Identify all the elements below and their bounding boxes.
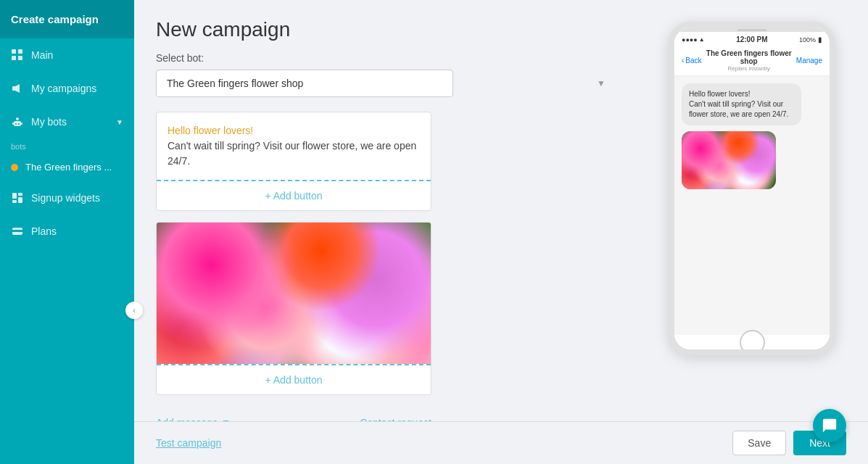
back-label: Back [685, 57, 701, 65]
megaphone-icon [11, 82, 24, 95]
chevron-left-icon: ‹ [682, 57, 684, 65]
page-title: New campaign [156, 18, 614, 41]
message-line-1: Hello flower lovers! [168, 125, 253, 136]
sidebar-item-plans[interactable]: Plans [0, 215, 134, 248]
phone-home-button[interactable] [740, 330, 765, 355]
sidebar-collapse-button[interactable]: ‹ [125, 302, 143, 319]
message-text: Hello flower lovers! Can't wait till spr… [168, 123, 420, 169]
image-add-button[interactable]: + Add button [157, 364, 431, 394]
main-content: New campaign Select bot: The Green finge… [134, 0, 868, 464]
sidebar-item-signup-widgets[interactable]: Signup widgets [0, 181, 134, 215]
phone-message-bubble: Hello flower lovers!Can't wait till spri… [682, 83, 801, 125]
save-button[interactable]: Save [732, 431, 786, 455]
phone-chat-header: ‹ Back The Green fingers flower shop Rep… [674, 46, 830, 76]
grid-icon [11, 49, 24, 62]
message-text-area: Hello flower lovers! Can't wait till spr… [157, 112, 431, 180]
create-campaign-button[interactable]: Create campaign [0, 0, 134, 38]
battery-icon: ▮ [818, 36, 822, 44]
svg-point-4 [16, 117, 19, 120]
phone-flower-image [682, 131, 776, 189]
signal-bars-icon: ●●●● [682, 36, 698, 44]
battery-label: 100% [799, 36, 816, 44]
phone-image-bubble [682, 131, 776, 189]
phone-frame: ●●●● ▲ 12:00 PM 100% ▮ ‹ Back The [669, 22, 835, 355]
phone-status-bar: ●●●● ▲ 12:00 PM 100% ▮ [674, 32, 830, 46]
flower-image-inner [157, 223, 431, 364]
phone-signal: ●●●● ▲ [682, 36, 705, 44]
preview-panel: ●●●● ▲ 12:00 PM 100% ▮ ‹ Back The [636, 0, 868, 421]
sidebar-item-my-campaigns-label: My campaigns [31, 83, 96, 94]
my-bots-arrow-icon: ▼ [116, 118, 123, 126]
bottom-actions: Add message ▼ Contact request [156, 406, 431, 421]
sidebar-item-my-bots-label: My bots [31, 116, 67, 128]
svg-rect-10 [12, 193, 17, 199]
wifi-icon: ▲ [699, 36, 705, 43]
phone-back-button[interactable]: ‹ Back [682, 57, 702, 65]
footer-bar: Test campaign Save Next [134, 421, 868, 464]
sidebar-item-bot-label: The Green fingers ... [25, 162, 112, 173]
dropdown-arrow-icon: ▼ [597, 78, 605, 88]
svg-rect-12 [12, 200, 17, 203]
svg-rect-6 [12, 123, 14, 125]
editor-panel: New campaign Select bot: The Green finge… [134, 0, 636, 421]
message-add-button[interactable]: + Add button [157, 180, 431, 210]
sidebar-item-the-green-fingers[interactable]: The Green fingers ... [0, 153, 134, 181]
phone-chat-info: The Green fingers flower shop Replies in… [702, 49, 796, 72]
chat-bubble-icon [822, 418, 838, 434]
flower-image [157, 223, 431, 364]
bot-status-dot [11, 164, 18, 171]
phone-chat-subtitle: Replies instantly [702, 65, 796, 72]
svg-point-9 [18, 123, 20, 125]
svg-rect-5 [14, 121, 21, 126]
phone-home-indicator [674, 335, 830, 349]
sidebar-item-plans-label: Plans [31, 225, 57, 237]
card-icon [11, 225, 24, 238]
message-line-2: Can't wait till spring? Visit our flower… [168, 140, 416, 167]
phone-time: 12:00 PM [736, 36, 767, 44]
svg-rect-15 [12, 230, 22, 232]
phone-speaker [737, 29, 766, 31]
test-campaign-button[interactable]: Test campaign [156, 437, 221, 449]
bot-select-wrapper: The Green fingers flower shop ▼ [156, 70, 614, 97]
phone-manage-button[interactable]: Manage [796, 57, 822, 65]
content-area: New campaign Select bot: The Green finge… [134, 0, 868, 421]
sidebar-item-signup-widgets-label: Signup widgets [31, 192, 100, 204]
svg-rect-7 [21, 123, 22, 125]
phone-battery: 100% ▮ [799, 36, 822, 44]
message-card: Hello flower lovers! Can't wait till spr… [156, 112, 431, 211]
chat-fab-button[interactable] [813, 409, 846, 442]
svg-rect-3 [18, 56, 22, 60]
sidebar-item-main-label: Main [31, 49, 53, 61]
select-bot-label: Select bot: [156, 52, 614, 64]
bot-select[interactable]: The Green fingers flower shop [156, 70, 453, 97]
phone-chat-name: The Green fingers flower shop [702, 49, 796, 65]
widget-icon [11, 191, 24, 204]
phone-chat-body: Hello flower lovers!Can't wait till spri… [674, 76, 830, 335]
image-card: + Add button [156, 222, 431, 395]
sidebar-item-my-campaigns[interactable]: My campaigns [0, 72, 134, 105]
svg-point-8 [15, 123, 17, 125]
svg-rect-0 [12, 49, 16, 54]
svg-rect-13 [18, 197, 22, 203]
bots-section-label: bots [0, 138, 134, 153]
sidebar-item-my-bots[interactable]: My bots ▼ [0, 105, 134, 138]
robot-icon [11, 115, 24, 128]
svg-rect-1 [18, 49, 22, 54]
svg-rect-2 [12, 56, 16, 60]
sidebar: Create campaign Main My campaigns [0, 0, 134, 464]
sidebar-item-main[interactable]: Main [0, 38, 134, 72]
svg-rect-11 [18, 193, 22, 196]
